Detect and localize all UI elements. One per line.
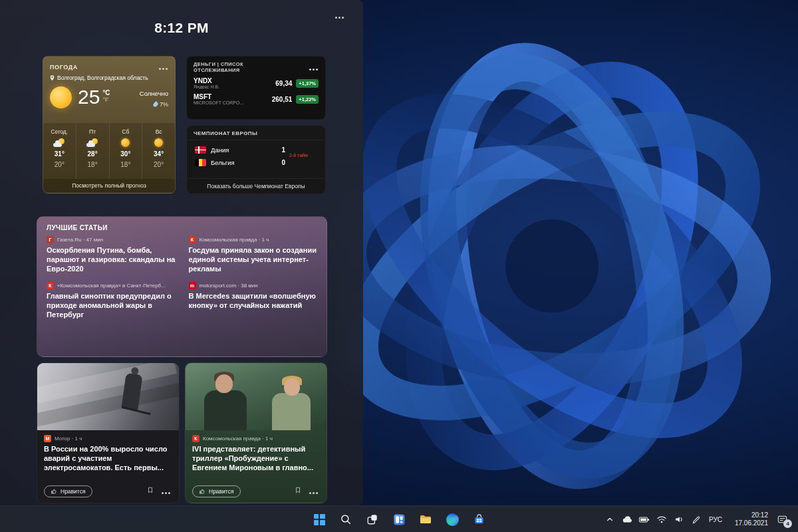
article-meta: «Комсомольская правда» в Санкт-Петерб... — [57, 283, 166, 289]
folder-icon — [419, 513, 432, 526]
taskbar-clock[interactable]: 20:12 17.06.2021 — [727, 511, 769, 528]
day-low: 20° — [55, 161, 65, 168]
source-logo-icon: m — [189, 282, 196, 289]
top-stories-section: ЛУЧШИЕ СТАТЬИ Г Газета.Ru · 47 мин Оскор… — [37, 216, 327, 357]
microsoft-store-button[interactable] — [467, 508, 490, 531]
article-meta: Комсомольская правда · 1 ч — [200, 237, 269, 243]
language-switcher[interactable]: РУС — [705, 509, 726, 529]
sports-widget[interactable]: ЧЕМПИОНАТ ЕВРОПЫ Дания 1 Бельгия 0 2-й т… — [186, 125, 326, 194]
source-logo-icon: Г — [47, 236, 54, 243]
task-view-button[interactable] — [361, 508, 384, 531]
battery-icon — [638, 514, 650, 525]
day-name: Сб — [122, 128, 129, 135]
network-button[interactable] — [653, 509, 670, 529]
stock-price: 69,34 — [275, 80, 292, 87]
stock-row-yndx[interactable]: YNDX Яндекс Н.В. 69,34 +1,37% — [187, 75, 325, 91]
news-article[interactable]: К Комсомольская правда · 1 ч Госдума при… — [189, 236, 318, 273]
stock-company: MICROSOFT CORPO... — [194, 100, 272, 105]
sports-title: ЧЕМПИОНАТ ЕВРОПЫ — [187, 126, 325, 140]
like-button[interactable]: Нравится — [192, 485, 241, 497]
precipitation-value: 7% — [160, 101, 168, 108]
file-explorer-button[interactable] — [414, 508, 437, 531]
stock-ticker: YNDX — [194, 77, 275, 84]
start-button[interactable] — [308, 508, 331, 531]
bookmark-icon — [295, 486, 301, 494]
full-forecast-link[interactable]: Посмотреть полный прогноз — [43, 179, 175, 193]
tray-time: 20:12 — [751, 511, 768, 520]
weather-widget[interactable]: ПОГОДА Волгоград, Волгоградская область … — [43, 56, 176, 194]
thumbs-up-icon — [199, 488, 205, 495]
money-more-button[interactable] — [309, 61, 319, 73]
like-label: Нравится — [209, 488, 234, 495]
day-high: 28° — [88, 150, 98, 158]
more-options-icon — [159, 68, 168, 70]
news-story-card[interactable]: К Комсомольская правда · 1 ч IVI предста… — [185, 362, 327, 503]
sunny-icon — [121, 138, 130, 147]
battery-button[interactable] — [636, 509, 652, 529]
day-name: Вс — [156, 128, 162, 135]
team-name: Дания — [211, 146, 271, 154]
day-high: 34° — [154, 150, 164, 158]
card-more-button[interactable] — [305, 485, 323, 497]
match-live-status: 2-й тайм — [289, 153, 320, 158]
weather-more-button[interactable] — [159, 62, 168, 72]
forecast-day-2[interactable]: Сб 30° 18° — [109, 123, 142, 179]
location-pin-icon — [50, 75, 55, 81]
tray-date: 17.06.2021 — [735, 519, 768, 528]
chevron-up-icon — [605, 515, 614, 524]
bookmark-icon — [147, 486, 154, 494]
like-button[interactable]: Нравится — [44, 485, 92, 497]
task-view-icon — [366, 513, 378, 525]
article-meta: Газета.Ru · 47 мин — [57, 237, 103, 243]
day-high: 31° — [55, 150, 65, 158]
day-low: 18° — [88, 161, 98, 168]
article-headline: В России на 200% выросло число аварий с … — [44, 444, 172, 472]
news-story-card[interactable]: М Мотор · 1 ч В России на 200% выросло ч… — [37, 362, 180, 503]
forecast-day-1[interactable]: Пт 28° 18° — [76, 123, 109, 179]
stock-company: Яндекс Н.В. — [194, 84, 275, 89]
more-options-icon — [309, 492, 319, 494]
bookmark-button[interactable] — [143, 485, 158, 497]
bookmark-button[interactable] — [291, 485, 305, 497]
news-article[interactable]: m motorsport.com · 38 мин В Mercedes защ… — [189, 282, 318, 319]
team-score: 0 — [276, 159, 285, 166]
show-more-sports-link[interactable]: Показать больше Чемпионат Европы — [187, 178, 325, 194]
notification-center-button[interactable]: 4 — [770, 508, 794, 531]
day-name: Сегод. — [51, 128, 68, 135]
weather-title: ПОГОДА — [50, 64, 78, 70]
weather-condition: Солнечно — [140, 90, 168, 97]
card-more-button[interactable] — [158, 485, 175, 497]
news-article[interactable]: Г Газета.Ru · 47 мин Оскорбления Путина,… — [47, 236, 176, 273]
widgets-button[interactable] — [388, 508, 410, 531]
day-low: 20° — [154, 161, 164, 168]
onedrive-button[interactable] — [618, 509, 635, 529]
match-card[interactable]: Дания 1 Бельгия 0 2-й тайм — [187, 140, 325, 170]
team-score: 1 — [276, 146, 285, 154]
search-button[interactable] — [334, 508, 357, 531]
article-meta: Комсомольская правда · 1 ч — [203, 436, 273, 442]
hidden-icons-button[interactable] — [601, 509, 618, 529]
stock-row-msft[interactable]: MSFT MICROSOFT CORPO... 260,51 +1,22% — [187, 91, 325, 107]
article-headline: Оскорбления Путина, бомба, парашют и газ… — [47, 245, 176, 273]
stock-change-badge: +1,22% — [296, 95, 319, 104]
panel-more-button[interactable] — [335, 11, 344, 21]
fahrenheit-toggle[interactable]: °F — [102, 96, 110, 103]
forecast-day-0[interactable]: Сегод. 31° 20° — [43, 123, 76, 179]
source-logo-icon: К — [192, 435, 200, 442]
forecast-day-3[interactable]: Вс 34° 20° — [142, 123, 175, 179]
news-article[interactable]: К «Комсомольская правда» в Санкт-Петерб.… — [47, 282, 176, 319]
notification-badge: 4 — [783, 519, 792, 528]
taskbar: РУС 20:12 17.06.2021 4 — [0, 505, 798, 532]
volume-button[interactable] — [670, 509, 687, 529]
edge-button[interactable] — [441, 508, 464, 531]
pen-button[interactable] — [688, 509, 704, 529]
money-widget[interactable]: ДЕНЬГИ | СПИСОК ОТСЛЕЖИВАНИЯ YNDX Яндекс… — [186, 56, 326, 120]
article-headline: Госдума приняла закон о создании единой … — [189, 245, 318, 273]
denmark-flag-icon — [195, 146, 206, 154]
precipitation-icon — [152, 101, 159, 108]
more-options-icon — [162, 492, 171, 494]
celsius-toggle[interactable]: °C — [102, 89, 110, 96]
wifi-icon — [656, 514, 667, 525]
source-logo-icon: К — [47, 282, 54, 289]
day-high: 30° — [120, 150, 130, 158]
